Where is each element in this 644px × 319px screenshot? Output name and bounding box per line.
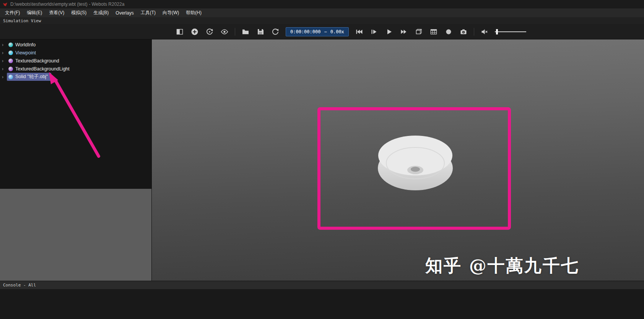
menu-item[interactable]: 文件(F) <box>2 8 23 17</box>
node-icon <box>8 67 13 71</box>
expand-chevron-icon[interactable]: › <box>2 59 7 63</box>
menu-item[interactable]: Overlays <box>112 9 137 17</box>
toolbar-separator <box>235 28 235 36</box>
toolbar-separator <box>474 28 474 36</box>
record-icon[interactable] <box>444 27 453 36</box>
expand-chevron-icon[interactable]: › <box>2 43 7 47</box>
tree-item[interactable]: ›Solid "轮子.obj" <box>0 73 151 81</box>
simulation-time: 0:00:00:000 <box>290 29 320 34</box>
tree-item[interactable]: ›Viewpoint <box>0 49 151 57</box>
reload-world-icon[interactable] <box>271 27 280 36</box>
tree-item[interactable]: ›TexturedBackgroundLight <box>0 65 151 73</box>
console-tab-bar: Console - All <box>0 281 644 289</box>
wheel-3d-object[interactable] <box>377 133 454 192</box>
expand-chevron-icon[interactable]: › <box>2 67 7 71</box>
open-world-icon[interactable] <box>241 27 250 36</box>
rewind-icon[interactable] <box>355 27 364 36</box>
node-icon <box>8 43 13 47</box>
menu-item[interactable]: 编辑(E) <box>23 8 46 17</box>
volume-handle[interactable] <box>496 29 498 34</box>
node-icon <box>8 51 13 55</box>
node-label: TexturedBackground <box>15 58 59 64</box>
grid-overlay-icon[interactable] <box>429 27 438 36</box>
node-icon <box>8 59 13 63</box>
node-label: WorldInfo <box>15 42 36 47</box>
simulation-time-display[interactable]: 0:00:00:000 − 0.00x <box>286 27 349 36</box>
menu-item[interactable]: 帮助(H) <box>182 8 205 17</box>
step-icon[interactable] <box>369 27 379 36</box>
node-label: TexturedBackgroundLight <box>15 66 70 72</box>
3d-viewport[interactable] <box>152 39 644 281</box>
reset-simulation-icon[interactable] <box>205 27 214 36</box>
scene-tree: ›WorldInfo›Viewpoint›TexturedBackground›… <box>0 39 151 189</box>
menu-item[interactable]: 查看(V) <box>46 8 68 17</box>
perspective-view-icon[interactable] <box>414 27 423 36</box>
volume-slider[interactable] <box>495 29 526 35</box>
show-rendering-icon[interactable] <box>220 27 229 36</box>
window-title: D:\webots\test\worlds\empty.wbt (test) -… <box>10 2 124 7</box>
expand-chevron-icon[interactable]: › <box>2 75 7 79</box>
menu-item[interactable]: 模拟(S) <box>68 8 90 17</box>
console-tab[interactable]: Console - All <box>3 283 36 288</box>
menu-bar: 文件(F)编辑(E)查看(V)模拟(S)生成(B)Overlays工具(T)向导… <box>0 8 644 17</box>
menu-item[interactable]: 向导(W) <box>159 8 182 17</box>
webots-logo-icon <box>3 2 8 7</box>
simulation-view-tab[interactable]: Simulation View <box>3 18 41 23</box>
menu-item[interactable]: 生成(B) <box>90 8 112 17</box>
time-speed-separator: − <box>324 29 327 34</box>
tree-item[interactable]: ›WorldInfo <box>0 41 151 49</box>
node-label: Viewpoint <box>15 50 36 56</box>
left-dock-empty <box>0 189 151 281</box>
webots-window: D:\webots\test\worlds\empty.wbt (test) -… <box>0 0 644 319</box>
save-world-icon[interactable] <box>256 27 265 36</box>
add-node-icon[interactable] <box>190 27 199 36</box>
tree-item[interactable]: ›TexturedBackground <box>0 57 151 65</box>
title-bar: D:\webots\test\worlds\empty.wbt (test) -… <box>0 0 644 8</box>
menu-item[interactable]: 工具(T) <box>137 8 159 17</box>
main-toolbar: 0:00:00:000 − 0.00x <box>0 24 644 39</box>
play-icon[interactable] <box>384 27 394 36</box>
expand-chevron-icon[interactable]: › <box>2 51 7 55</box>
view-tab-row: Simulation View <box>0 17 644 24</box>
screenshot-icon[interactable] <box>459 27 468 36</box>
main-area: ›WorldInfo›Viewpoint›TexturedBackground›… <box>0 39 644 281</box>
node-label: Solid "轮子.obj" <box>15 74 48 80</box>
console-output[interactable] <box>0 289 644 319</box>
fast-forward-icon[interactable] <box>399 27 408 36</box>
sound-mute-icon[interactable] <box>480 27 489 36</box>
volume-track <box>495 31 526 32</box>
simulation-speed: 0.00x <box>330 29 344 34</box>
restore-layout-icon[interactable] <box>175 27 184 36</box>
node-icon <box>8 75 13 79</box>
